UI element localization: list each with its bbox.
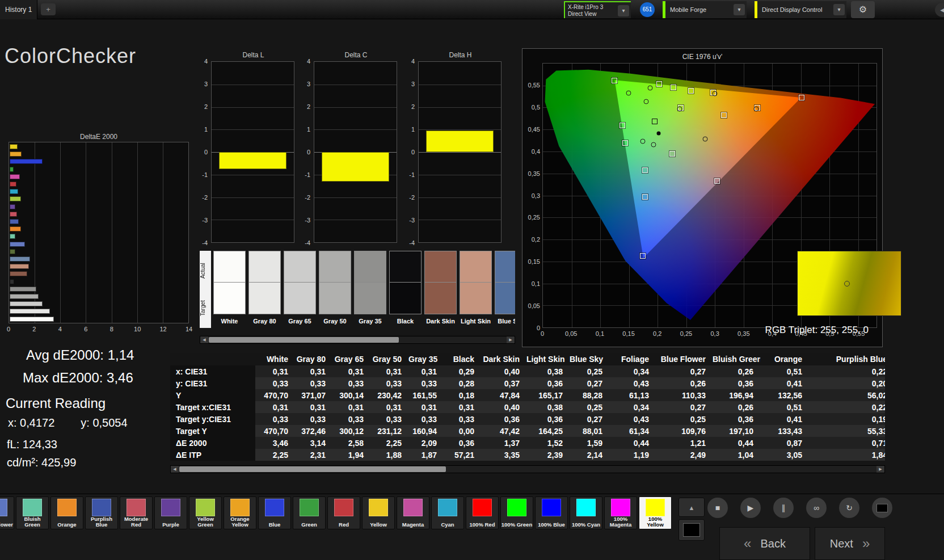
scrollbar-thumb[interactable] bbox=[209, 337, 399, 343]
color-chip bbox=[0, 499, 7, 516]
patch-yellow[interactable]: Yellow bbox=[362, 496, 395, 529]
display-preview-button[interactable] bbox=[678, 519, 705, 541]
patch-label: Blue Flower bbox=[0, 522, 14, 528]
gridline bbox=[419, 107, 501, 108]
meter-dropdown[interactable]: X-Rite i1Pro 3 Direct View ▾ bbox=[564, 1, 631, 18]
y-axis-ticks: 43210-1-2-3-4 bbox=[402, 61, 416, 243]
tab-history-1[interactable]: History 1 bbox=[0, 0, 37, 19]
table-cell: 1,59 bbox=[570, 437, 609, 449]
table-cell: 372,46 bbox=[295, 425, 332, 437]
chevron-down-icon[interactable]: ▾ bbox=[734, 4, 745, 15]
table-cell: 0,44 bbox=[609, 437, 656, 449]
reading-y: y: 0,5054 bbox=[81, 416, 127, 430]
next-button[interactable]: Next » bbox=[815, 527, 885, 560]
pause-button[interactable]: ∥ bbox=[773, 498, 794, 518]
target-point bbox=[799, 95, 804, 100]
patch-purplish-blue[interactable]: Purplish Blue bbox=[85, 496, 118, 529]
bar-black bbox=[10, 279, 14, 284]
monitor-button[interactable] bbox=[872, 498, 892, 518]
reading-cd: cd/m²: 425,99 bbox=[7, 456, 76, 469]
color-chip bbox=[230, 499, 250, 516]
rgb-triplet-swatch bbox=[797, 251, 901, 316]
patch-orange[interactable]: Orange bbox=[50, 496, 83, 529]
patch-100-green[interactable]: 100% Green bbox=[500, 496, 533, 529]
color-chip bbox=[646, 499, 665, 516]
table-cell: 0,31 bbox=[408, 365, 444, 377]
stop-button[interactable]: ■ bbox=[707, 498, 728, 518]
patch-moderate-red[interactable]: Moderate Red bbox=[120, 496, 153, 529]
patch-blue-flower[interactable]: Blue Flower bbox=[0, 496, 14, 529]
axis-tick-label: 0,25 bbox=[528, 214, 540, 221]
col-header: Dark Skin bbox=[481, 353, 526, 365]
col-header: Gray 50 bbox=[370, 353, 408, 365]
collapse-arrow-button[interactable]: ◀ bbox=[935, 3, 944, 17]
axis-tick-label: 3 bbox=[411, 81, 415, 87]
settings-gear-button[interactable]: ⚙ bbox=[851, 1, 875, 18]
scroll-right-icon[interactable]: ▶ bbox=[876, 466, 884, 473]
patch-purple[interactable]: Purple bbox=[154, 496, 187, 529]
scrollbar-thumb[interactable] bbox=[179, 466, 446, 472]
patch-100-red[interactable]: 100% Red bbox=[466, 496, 499, 529]
swatch-label: Gray 80 bbox=[248, 318, 281, 325]
swatch-actual bbox=[460, 251, 492, 283]
reading-point bbox=[657, 132, 661, 136]
chevron-down-icon[interactable]: ▾ bbox=[833, 4, 845, 15]
reading-fl: fL: 124,33 bbox=[7, 438, 57, 451]
source-dropdown[interactable]: Mobile Forge ▾ bbox=[663, 1, 747, 18]
patch-yellow-green[interactable]: Yellow Green bbox=[189, 496, 222, 529]
chevron-down-icon[interactable]: ▾ bbox=[618, 5, 629, 16]
table-cell: 2,58 bbox=[332, 437, 370, 449]
table-cell: 0,36 bbox=[713, 413, 760, 425]
chart-title: Delta H bbox=[418, 51, 503, 59]
table-scrollbar[interactable]: ◀ ▶ bbox=[170, 465, 885, 473]
loop-button[interactable]: ∞ bbox=[806, 498, 827, 518]
monitor-icon bbox=[876, 504, 888, 512]
axis-tick-label: 3 bbox=[204, 81, 208, 87]
patch-100-cyan[interactable]: 100% Cyan bbox=[570, 496, 602, 529]
patch-bluish-green[interactable]: Bluish Green bbox=[16, 496, 49, 529]
table-cell: 300,14 bbox=[332, 389, 370, 401]
axis-tick-label: 2 bbox=[411, 103, 415, 110]
table-cell: 197,10 bbox=[713, 425, 760, 437]
swatch-scrollbar[interactable]: ◀ ▶ bbox=[200, 336, 515, 344]
gridline bbox=[419, 152, 501, 153]
target-point bbox=[612, 78, 617, 83]
patch-cyan[interactable]: Cyan bbox=[431, 496, 464, 529]
table-cell: 110,33 bbox=[656, 389, 713, 401]
chevron-up-button[interactable]: ▲ bbox=[678, 498, 705, 517]
target-point bbox=[622, 140, 628, 146]
bar-orange bbox=[10, 226, 21, 231]
patch-blue[interactable]: Blue bbox=[258, 496, 291, 529]
swatch-target bbox=[354, 283, 386, 314]
swatch-light-skin: Light Skin bbox=[460, 251, 492, 336]
table-cell: 0,20 bbox=[809, 377, 885, 389]
measured-point bbox=[647, 86, 652, 91]
deltae2000-xticks: 02468101214 bbox=[9, 326, 189, 334]
scroll-left-icon[interactable]: ◀ bbox=[200, 336, 208, 343]
refresh-button[interactable]: ↻ bbox=[839, 498, 859, 518]
patch-red[interactable]: Red bbox=[327, 496, 360, 529]
patch-100-blue[interactable]: 100% Blue bbox=[535, 496, 568, 529]
patch-green[interactable]: Green bbox=[293, 496, 326, 529]
table-cell: 56,02 bbox=[809, 389, 885, 401]
patch-magenta[interactable]: Magenta bbox=[397, 496, 429, 529]
display-control-dropdown[interactable]: Direct Display Control ▾ bbox=[755, 1, 846, 18]
table-cell: 47,42 bbox=[481, 425, 526, 437]
app-window: History 1 + X-Rite i1Pro 3 Direct View ▾… bbox=[0, 0, 944, 560]
patch-100-yellow[interactable]: 100% Yellow bbox=[639, 496, 672, 529]
gridline bbox=[60, 142, 61, 323]
col-header: Gray 65 bbox=[332, 353, 370, 365]
bar-blue bbox=[10, 159, 43, 164]
patch-100-magenta[interactable]: 100% Magenta bbox=[604, 496, 637, 529]
axis-tick-label: -1 bbox=[202, 171, 208, 178]
table-cell: 0,43 bbox=[609, 413, 656, 425]
play-button[interactable]: ▶ bbox=[740, 498, 761, 518]
scroll-left-icon[interactable]: ◀ bbox=[171, 466, 179, 473]
add-tab-button[interactable]: + bbox=[41, 3, 56, 15]
patch-orange-yellow[interactable]: Orange Yellow bbox=[224, 496, 256, 529]
scroll-right-icon[interactable]: ▶ bbox=[507, 336, 515, 343]
back-label: Back bbox=[760, 537, 785, 550]
table-cell: 0,25 bbox=[656, 413, 713, 425]
swatch-label: White bbox=[213, 318, 246, 325]
back-button[interactable]: « Back bbox=[719, 527, 810, 560]
